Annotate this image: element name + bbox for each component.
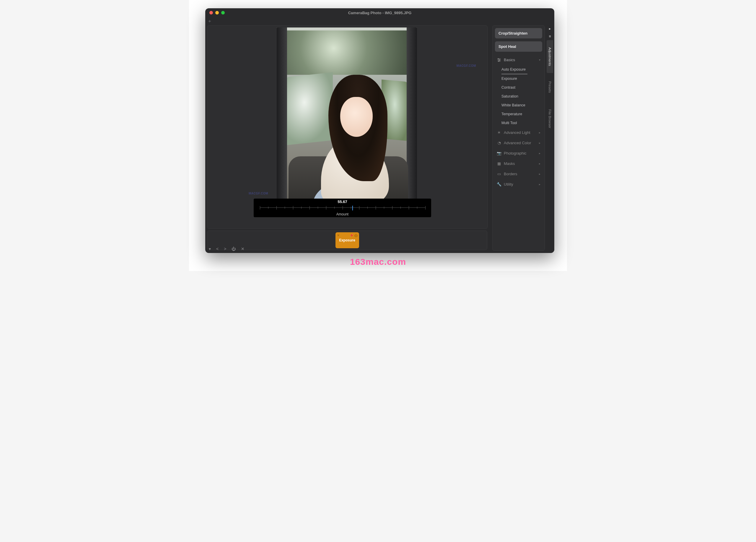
category-borders[interactable]: ▭ Borders ▸ xyxy=(495,169,542,179)
basics-saturation[interactable]: Saturation xyxy=(495,92,542,101)
app-window: CameraBag Photo - IMG_9895.JPG + xyxy=(205,8,554,253)
chip-power-icon[interactable]: ⏻ xyxy=(354,234,358,237)
slider-handle[interactable] xyxy=(352,206,353,210)
slider-track[interactable] xyxy=(260,205,425,210)
amount-slider[interactable]: 55.67 xyxy=(254,198,431,217)
checker-icon: ▦ xyxy=(497,161,501,166)
exposure-chip[interactable]: ✕ 📌 ⏻ Exposure xyxy=(335,232,359,248)
traffic-lights xyxy=(209,11,225,14)
rail-menu-icon[interactable]: ≡ xyxy=(547,32,553,40)
zoom-window-button[interactable] xyxy=(221,11,225,14)
rail-expand-icon[interactable]: ▸ xyxy=(547,25,553,32)
category-advanced-color[interactable]: ◔ Advanced Color ▸ xyxy=(495,138,542,148)
chevron-right-icon: ▸ xyxy=(539,152,540,155)
minimize-window-button[interactable] xyxy=(215,11,219,14)
side-rail: ▸ ≡ Adjustments Presets File Browser xyxy=(545,25,554,250)
category-label: Basics xyxy=(504,58,515,62)
basics-exposure[interactable]: Exposure xyxy=(495,74,542,83)
svg-point-4 xyxy=(499,59,500,60)
rail-tab-adjustments[interactable]: Adjustments xyxy=(547,40,553,73)
bottom-toolbar: ▾ < > ⏻ ✕ xyxy=(209,246,245,251)
basics-auto-exposure[interactable]: Auto Exposure xyxy=(501,65,527,74)
category-advanced-light[interactable]: ☀ Advanced Light ▸ xyxy=(495,127,542,138)
chevron-right-icon: ▸ xyxy=(539,141,540,144)
chip-pin-icon[interactable]: 📌 xyxy=(350,234,353,237)
sliders-icon xyxy=(497,58,501,62)
close-window-button[interactable] xyxy=(209,11,213,14)
basics-multi-tool[interactable]: Multi Tool xyxy=(495,118,542,127)
adjustments-panel: Crop/Straighten Spot Heal Basics ▾ Auto … xyxy=(492,25,545,250)
category-masks[interactable]: ▦ Masks ▸ xyxy=(495,158,542,169)
chevron-right-icon: ▸ xyxy=(539,131,540,134)
dropdown-icon[interactable]: ▾ xyxy=(209,246,211,251)
chip-remove-icon[interactable]: ✕ xyxy=(337,233,340,237)
rail-tab-file-browser[interactable]: File Browser xyxy=(548,101,552,136)
crop-straighten-button[interactable]: Crop/Straighten xyxy=(495,28,542,38)
watermark-text: MACGF.COM xyxy=(457,64,476,67)
category-label: Advanced Color xyxy=(504,141,531,145)
category-basics[interactable]: Basics ▾ xyxy=(495,55,542,65)
page-watermark: 163mac.com xyxy=(189,257,567,267)
slider-label: Amount xyxy=(336,212,348,216)
chip-label: Exposure xyxy=(339,238,355,242)
slider-value: 55.67 xyxy=(338,199,347,204)
svg-point-3 xyxy=(498,58,499,59)
category-utility[interactable]: 🔧 Utility ▸ xyxy=(495,179,542,189)
basics-contrast[interactable]: Contrast xyxy=(495,83,542,92)
titlebar: CameraBag Photo - IMG_9895.JPG xyxy=(205,8,554,17)
category-label: Borders xyxy=(504,172,517,176)
rail-tab-presets[interactable]: Presets xyxy=(548,73,552,101)
sun-icon: ☀ xyxy=(497,130,501,135)
svg-point-5 xyxy=(498,61,499,61)
image-canvas[interactable]: MACGF.COM MACGF.COM 55.67 xyxy=(207,25,488,229)
power-icon[interactable]: ⏻ xyxy=(232,246,236,251)
close-icon[interactable]: ✕ xyxy=(241,246,245,251)
border-icon: ▭ xyxy=(497,172,501,176)
photo-preview xyxy=(277,27,417,215)
basics-temperature[interactable]: Temperature xyxy=(495,110,542,118)
category-label: Utility xyxy=(504,182,513,186)
window-title: CameraBag Photo - IMG_9895.JPG xyxy=(348,11,412,15)
category-label: Photographic xyxy=(504,151,527,155)
watermark-text: MACGF.COM xyxy=(249,192,268,195)
category-label: Advanced Light xyxy=(504,130,530,135)
chevron-right-icon: ▸ xyxy=(539,183,540,186)
spot-heal-button[interactable]: Spot Heal xyxy=(495,41,542,52)
tab-strip: + xyxy=(205,17,496,25)
chevron-right-icon: ▸ xyxy=(539,162,540,165)
add-tab-button[interactable]: + xyxy=(208,19,211,24)
wrench-icon: 🔧 xyxy=(497,182,501,186)
next-button[interactable]: > xyxy=(224,246,226,251)
category-label: Masks xyxy=(504,161,515,166)
chevron-down-icon: ▾ xyxy=(539,58,540,61)
category-photographic[interactable]: 📷 Photographic ▸ xyxy=(495,148,542,158)
camera-icon: 📷 xyxy=(497,151,501,155)
adjustment-chip-row: ✕ 📌 ⏻ Exposure xyxy=(207,230,487,250)
palette-icon: ◔ xyxy=(497,141,501,145)
prev-button[interactable]: < xyxy=(216,246,219,251)
chevron-right-icon: ▸ xyxy=(539,172,540,175)
basics-white-balance[interactable]: White Balance xyxy=(495,101,542,110)
